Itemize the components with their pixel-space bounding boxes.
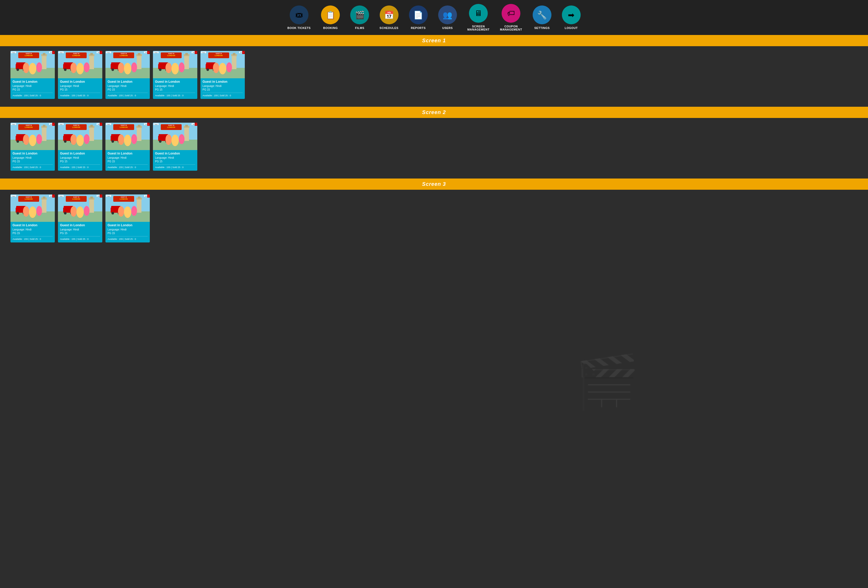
movie-card[interactable]: GUEST IN LONDON happy JERS ! Guest in Lo… [58,123,102,171]
svg-point-133 [64,140,66,143]
svg-point-157 [124,134,131,146]
svg-point-94 [219,63,226,74]
nav-icon-schedules: 📅 [380,6,399,24]
svg-text:GUEST IN: GUEST IN [73,53,79,54]
card-title: Guest in London [108,152,148,155]
svg-point-175 [159,140,162,143]
nav-icon-coupon-management: 🏷 [502,4,520,23]
movie-card[interactable]: GUEST IN LONDON happy JERS ! Guest in Lo… [105,194,150,242]
cards-container-1: GUEST IN LONDON happy JERS ! Guest in Lo… [0,46,868,107]
svg-point-199 [29,207,36,218]
svg-point-115 [29,134,36,146]
nav-item-book-tickets[interactable]: 🎟BOOK TICKETS [287,6,310,30]
movie-poster: GUEST IN LONDON happy JERS ! [58,194,102,222]
movie-card[interactable]: GUEST IN LONDON happy JERS ! Guest in Lo… [153,123,197,171]
nav-label-films: FILMS [355,27,365,30]
svg-text:GUEST IN: GUEST IN [121,124,127,126]
nav-icon-films: 🎬 [350,6,369,24]
movie-card[interactable]: GUEST IN LONDON happy JERS ! Guest in Lo… [105,123,150,171]
svg-text:happy: happy [155,52,158,53]
card-title: Guest in London [13,223,53,227]
card-rating: PG 15 [108,232,148,235]
card-title: Guest in London [202,80,243,84]
nav-item-coupon-management[interactable]: 🏷COUPON MANAGEMENT [500,4,522,31]
screen-section-2: Screen 2 GUEST [0,107,868,179]
navbar: 🎟BOOK TICKETS📋BOOKING🎬FILMS📅SCHEDULES📄RE… [0,0,868,35]
svg-point-31 [77,63,84,74]
svg-text:LONDON: LONDON [120,55,128,56]
movie-card[interactable]: GUEST IN LONDON happy JERS ! Guest in Lo… [58,51,102,99]
svg-rect-107 [42,127,46,141]
svg-rect-233 [137,198,142,213]
card-rating: PG 15 [13,160,53,163]
svg-point-242 [131,206,137,216]
svg-text:happy: happy [60,195,63,197]
movie-card[interactable]: GUEST IN LONDON happy JERS ! Guest in Lo… [105,51,150,99]
svg-point-9 [23,63,29,73]
svg-text:GUEST IN: GUEST IN [168,124,174,126]
nav-label-users: USERS [442,27,453,30]
movie-card[interactable]: GUEST IN LONDON happy JERS ! Guest in Lo… [201,51,245,99]
card-title: Guest in London [108,80,148,84]
nav-icon-screen-management: 🖥 [469,4,488,23]
card-title: Guest in London [155,152,195,155]
movie-card[interactable]: GUEST IN LONDON happy JERS ! Guest in Lo… [10,194,55,242]
card-title: Guest in London [13,80,53,84]
movie-poster: GUEST IN LONDON happy JERS ! [58,51,102,78]
nav-item-users[interactable]: 👥USERS [438,6,457,30]
card-availability: Available : 155 | Sold 25 : 0 [108,164,148,168]
svg-text:happy: happy [12,195,15,197]
svg-text:happy: happy [12,124,15,125]
svg-point-30 [71,63,77,73]
svg-text:GUEST IN: GUEST IN [121,53,127,54]
nav-label-settings: SETTINGS [534,27,550,30]
svg-point-28 [64,68,66,71]
svg-text:happy: happy [107,52,110,53]
movie-card[interactable]: GUEST IN LONDON happy JERS ! Guest in Lo… [153,51,197,99]
screen-header-2: Screen 2 [0,107,868,118]
card-language: Language: Hindi [60,228,100,231]
svg-text:happy: happy [107,195,110,197]
svg-point-93 [213,63,219,73]
svg-text:happy: happy [60,124,63,125]
screen-section-3: Screen 3 GUEST [0,179,868,250]
card-language: Language: Hindi [13,156,53,159]
movie-card[interactable]: GUEST IN LONDON happy JERS ! Guest in Lo… [58,194,102,242]
nav-item-schedules[interactable]: 📅SCHEDULES [379,6,398,30]
svg-rect-2 [42,55,46,69]
svg-text:GUEST IN: GUEST IN [73,124,79,126]
card-language: Language: Hindi [60,156,100,159]
svg-rect-170 [184,127,189,141]
movie-poster: GUEST IN LONDON happy JERS ! [153,123,197,150]
svg-rect-128 [89,127,94,141]
svg-point-52 [124,63,131,74]
svg-point-196 [16,212,19,214]
card-language: Language: Hindi [13,84,53,87]
card-rating: PG 15 [60,88,100,91]
svg-rect-88 [233,53,235,55]
svg-point-136 [77,134,84,146]
movie-poster: GUEST IN LONDON happy JERS ! [10,123,55,150]
svg-text:GUEST IN: GUEST IN [216,53,222,54]
svg-text:happy: happy [60,52,63,53]
nav-item-screen-management[interactable]: 🖥SCREEN MANAGEMENT [467,4,490,31]
card-rating: PG 15 [108,160,148,163]
nav-item-settings[interactable]: 🔧SETTINGS [533,6,551,30]
card-availability: Available : 155 | Sold 25 : 0 [202,93,243,97]
movie-card[interactable]: GUEST IN LONDON happy JERS ! Guest in Lo… [10,123,55,171]
svg-text:LONDON: LONDON [120,198,128,200]
movie-card[interactable]: GUEST IN LONDON happy JERS ! Guest in Lo… [10,51,55,99]
nav-item-booking[interactable]: 📋BOOKING [321,6,340,30]
nav-item-logout[interactable]: ➡LOGOUT [562,6,581,30]
svg-point-49 [111,68,114,71]
svg-point-200 [36,206,42,216]
nav-label-logout: LOGOUT [565,27,578,30]
svg-text:GUEST IN: GUEST IN [168,53,174,54]
nav-item-reports[interactable]: 📄REPORTS [409,6,428,30]
svg-point-178 [171,134,179,146]
nav-item-films[interactable]: 🎬FILMS [350,6,369,30]
nav-icon-users: 👥 [438,6,457,24]
svg-text:GUEST IN: GUEST IN [25,53,32,54]
card-language: Language: Hindi [108,84,148,87]
card-rating: PG 15 [13,88,53,91]
